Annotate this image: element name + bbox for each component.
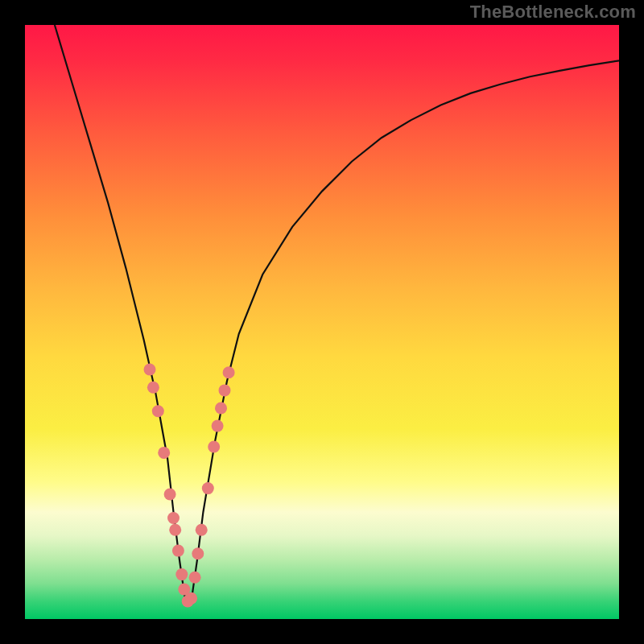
sample-dot (175, 568, 188, 580)
sample-dot (158, 447, 170, 459)
sample-dot (202, 482, 214, 494)
sample-dot (212, 420, 224, 432)
sample-dot (167, 512, 180, 524)
sample-dot (189, 572, 201, 584)
sample-dot (196, 524, 208, 536)
sample-dot (185, 592, 197, 605)
sample-dot (192, 547, 204, 559)
sample-dot (219, 384, 231, 396)
sample-dot (147, 382, 159, 394)
sample-dot (152, 405, 164, 417)
bottleneck-curve (55, 25, 619, 601)
plot-area (25, 25, 619, 619)
sample-dot (223, 366, 235, 378)
sample-dot (169, 524, 181, 536)
sample-dot (215, 402, 227, 415)
chart-svg (25, 25, 619, 619)
sample-dot (172, 545, 184, 557)
chart-frame: TheBottleneck.com (0, 0, 644, 644)
brand-watermark: TheBottleneck.com (470, 2, 636, 23)
sample-dot (144, 364, 156, 376)
sample-dot (208, 441, 220, 453)
sample-dot (164, 489, 176, 501)
